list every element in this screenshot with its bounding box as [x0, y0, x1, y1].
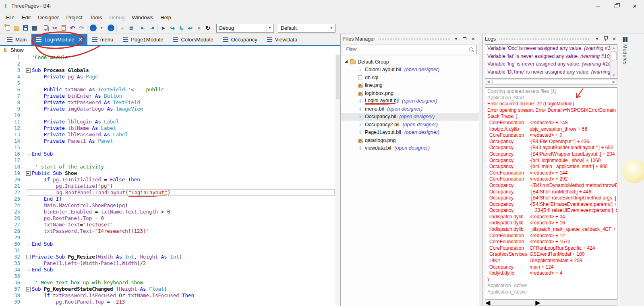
open-designer-link[interactable]: (open designer) — [394, 145, 430, 151]
file-row-loginbox.png[interactable]: loginbox.png — [341, 89, 479, 97]
modules-grid-icon[interactable] — [30, 24, 39, 33]
outdent-icon[interactable]: ⇤ — [139, 24, 147, 33]
logs-panel-close-icon[interactable]: ✕ — [611, 36, 617, 42]
open-designer-link[interactable]: (open designer) — [404, 129, 440, 135]
code-line-32[interactable]: 32Private Sub Pg_Resize(Width As Int, He… — [0, 254, 340, 260]
navigate-back-icon[interactable]: ← — [89, 24, 97, 33]
code-line-14[interactable]: 14 Private Panel1 As Panel — [0, 138, 340, 144]
menu-item-project[interactable]: Project — [62, 13, 86, 22]
code-line-35[interactable]: 35 — [0, 273, 340, 279]
code-line-39[interactable]: 39 pg.RootPanel.Top = -213 — [0, 299, 340, 305]
run-icon[interactable]: ▶ — [159, 24, 168, 33]
menu-item-designer[interactable]: Designer — [34, 13, 62, 22]
open-designer-link[interactable]: (open designer) — [400, 114, 435, 119]
sub-navigator-bar[interactable]: ⇅ Show — [0, 46, 340, 54]
code-line-36[interactable]: 36 ' Move text box up wih keyboard show — [0, 279, 340, 286]
undo-icon[interactable]: ↶ — [68, 24, 77, 33]
warnings-hscrollbar[interactable]: ◀ ▶ — [485, 79, 617, 85]
file-row-occupancy.bil[interactable]: iOccupancy.bil(open designer) — [341, 113, 479, 121]
format-lines-icon[interactable]: ≡ — [118, 24, 127, 33]
code-line-28[interactable]: 28 txtPassword.Text="I4research!(123)" — [0, 228, 340, 234]
copy-icon[interactable] — [41, 24, 50, 33]
menu-item-file[interactable]: File — [2, 13, 18, 22]
file-row-page1layout.bil[interactable]: iPage1Layout.bil(open designer) — [341, 129, 479, 137]
code-line-20[interactable]: 20 If pg.IsInitialized = False Then — [0, 177, 340, 183]
menu-item-help[interactable]: Help — [157, 13, 175, 22]
navigate-forward-icon[interactable]: → — [106, 24, 115, 33]
code-line-23[interactable]: 23 End If — [0, 196, 340, 202]
code-line-26[interactable]: 26 pg.RootPanel.Top = 0 — [0, 215, 340, 222]
tab-loginmodule[interactable]: LoginModule✕ — [31, 34, 87, 45]
menu-item-tools[interactable]: Tools — [86, 13, 106, 22]
indent-icon[interactable]: ⇥ — [147, 24, 156, 33]
restart-icon[interactable]: ↻ — [203, 24, 212, 33]
tab-menu[interactable]: menu — [87, 34, 118, 45]
code-line-17[interactable]: 17 — [0, 157, 340, 164]
tab-page1module[interactable]: Page1Module — [118, 34, 168, 45]
code-line-9[interactable]: 9 Private imgQatarLogo As ImageView — [0, 106, 340, 112]
file-row-colorslayout.bil[interactable]: iColorsLayout.bil(open designer) — [341, 66, 479, 74]
menu-item-windows[interactable]: Windows — [128, 13, 157, 22]
panel-menu-caret-icon[interactable]: ▼ — [453, 37, 459, 41]
code-line-6[interactable]: 6 Public txtName As TextField '<--- publ… — [0, 86, 340, 93]
code-line-3[interactable]: 3Sub Process_Globals — [0, 67, 340, 74]
scroll-right-icon[interactable]: ▶ — [611, 80, 617, 84]
code-line-30[interactable]: 30End Sub — [0, 241, 340, 247]
open-file-icon[interactable] — [12, 24, 21, 33]
redo-icon[interactable]: ↷ — [77, 24, 86, 33]
open-designer-link[interactable]: (open designer) — [404, 67, 440, 72]
scrollbar-thumb[interactable] — [492, 80, 617, 84]
scrollbar-thumb[interactable] — [611, 51, 617, 60]
code-line-13[interactable]: 13 Private lblPassword As Label — [0, 131, 340, 138]
files-panel-close-icon[interactable]: ✕ — [470, 36, 476, 42]
step-over-icon[interactable]: ↪ — [168, 24, 177, 33]
paste-icon[interactable] — [59, 24, 68, 33]
code-line-16[interactable]: 16End Sub — [0, 151, 340, 157]
file-row-loginlayout.bil[interactable]: iLoginLayout.bil(open designer) — [341, 97, 479, 105]
back-dropdown-caret-icon[interactable]: ▼ — [97, 24, 106, 33]
close-button[interactable]: ✕ — [625, 0, 644, 12]
code-line-11[interactable]: 11 Private lblLogin As Label — [0, 119, 340, 125]
open-designer-link[interactable]: (open designer) — [402, 122, 438, 127]
pin-icon[interactable] — [603, 36, 609, 42]
log-hscrollbar[interactable]: ◀ ▶ — [485, 300, 617, 306]
code-line-37[interactable]: 37Sub Pg_KeyboardStateChanged (Height As… — [0, 286, 340, 292]
file-row-line.png[interactable]: line.png — [341, 82, 479, 90]
code-line-12[interactable]: 12 Private lblName As Label — [0, 125, 340, 131]
menu-item-edit[interactable]: Edit — [18, 13, 34, 22]
warnings-scrollbar[interactable]: ▲ ▼ — [610, 45, 617, 78]
code-line-21[interactable]: 21 pg.Initialize("pg") — [0, 183, 340, 189]
tab-occupancy[interactable]: Occupancy — [218, 34, 262, 45]
code-line-4[interactable]: 4 Private pg As Page — [0, 74, 340, 80]
file-row-menu.bil[interactable]: imenu.bil(open designer) — [341, 105, 479, 113]
file-row-db.sql[interactable]: db.sql — [341, 74, 479, 82]
code-line-22[interactable]: 22 pg.RootPanel.LoadLayout("LoginLayout"… — [0, 189, 340, 196]
restore-button[interactable] — [607, 0, 625, 12]
minimize-button[interactable] — [588, 0, 607, 12]
format-lines2-icon[interactable]: ≣ — [127, 24, 136, 33]
file-row-viewdata.bil[interactable]: iviewdata.bil(open designer) — [341, 144, 479, 152]
scroll-down-icon[interactable]: ▼ — [611, 72, 617, 78]
build-mode-combobox[interactable]: Debug▼ — [216, 24, 274, 33]
open-designer-link[interactable]: (open designer) — [402, 98, 437, 104]
code-editor[interactable]: 1'Code module23Sub Process_Globals4 Priv… — [0, 54, 340, 306]
open-designer-link[interactable]: (open designer) — [387, 106, 422, 112]
code-line-33[interactable]: 33 Panel1.Left=(Width-Panel1.Width)/2 — [0, 260, 340, 267]
panel-float-icon[interactable] — [462, 37, 468, 41]
code-line-7[interactable]: 7 Private btnEnter As Button — [0, 93, 340, 99]
step-into-icon[interactable]: ↳ — [177, 24, 186, 33]
scroll-left-icon[interactable]: ◀ — [485, 299, 490, 306]
file-row-occupancy2.bil[interactable]: iOccupancy2.bil(open designer) — [341, 121, 479, 129]
modules-side-tab[interactable]: Modules — [621, 35, 629, 66]
file-row-qatarlogo.png[interactable]: qatarlogo.png — [341, 136, 479, 144]
code-line-34[interactable]: 34End Sub — [0, 267, 340, 273]
tab-close-icon[interactable]: ✕ — [79, 37, 83, 42]
scroll-right-icon[interactable]: ▶ — [535, 299, 540, 306]
tab-main[interactable]: Main — [2, 34, 31, 45]
code-line-38[interactable]: 38 If txtPassword.IsFocused Or txtName.I… — [0, 292, 340, 299]
code-line-29[interactable]: 29 — [0, 234, 340, 241]
code-line-8[interactable]: 8 Private txtPassword As TextField — [0, 99, 340, 106]
panel-drag-dots[interactable] — [378, 38, 450, 40]
panel-drag-dots[interactable] — [499, 38, 591, 40]
step-out-icon[interactable]: ↩ — [186, 24, 195, 33]
